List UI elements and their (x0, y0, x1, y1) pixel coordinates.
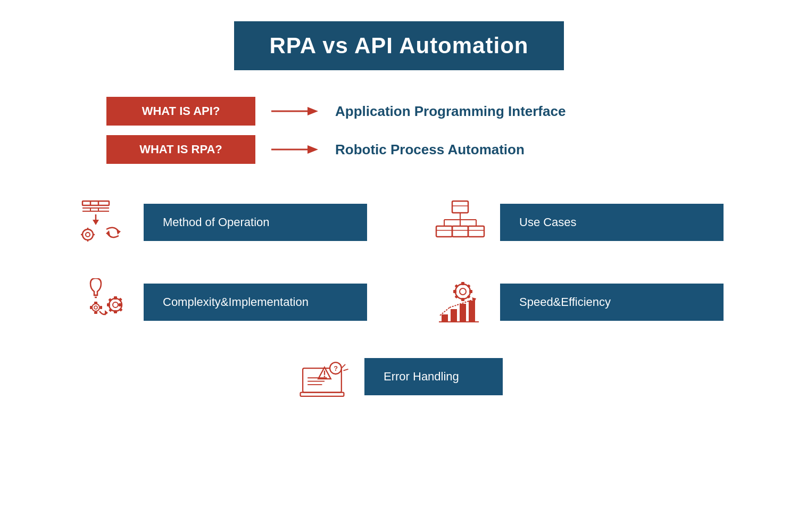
svg-rect-48 (119, 303, 122, 306)
svg-rect-49 (108, 298, 112, 302)
rpa-definition-item: WHAT IS RPA? Robotic Process Automation (106, 135, 755, 164)
page-container: RPA vs API Automation WHAT IS API? Appli… (0, 0, 798, 532)
feature-method-of-operation: Method of Operation (74, 196, 367, 249)
svg-rect-28 (436, 226, 452, 237)
feature-error-handling: ? Error Handling (295, 350, 503, 403)
definitions-row: WHAT IS API? Application Programming Int… (43, 97, 755, 164)
api-arrow (271, 104, 319, 119)
svg-rect-57 (453, 290, 456, 293)
feature-speed-efficiency: Speed&Efficiency (431, 276, 724, 329)
page-title: RPA vs API Automation (266, 33, 532, 59)
svg-point-13 (82, 229, 93, 240)
svg-line-68 (440, 307, 450, 315)
svg-rect-56 (461, 298, 464, 301)
features-grid: Method of Operation (43, 196, 755, 329)
svg-point-78 (324, 376, 326, 377)
svg-rect-39 (94, 312, 97, 314)
api-full-text: Application Programming Interface (335, 103, 566, 120)
svg-rect-60 (467, 284, 470, 288)
svg-marker-42 (105, 310, 108, 315)
svg-rect-61 (454, 295, 458, 298)
chart-gear-icon (431, 276, 489, 329)
svg-rect-40 (90, 306, 92, 309)
svg-rect-72 (301, 393, 344, 396)
svg-rect-55 (461, 282, 464, 285)
svg-marker-3 (307, 145, 318, 154)
svg-point-37 (94, 306, 97, 309)
svg-rect-52 (119, 308, 122, 312)
rpa-arrow (271, 142, 319, 157)
rpa-badge: WHAT IS RPA? (106, 135, 255, 164)
svg-rect-38 (94, 302, 97, 304)
svg-marker-19 (117, 229, 121, 235)
svg-marker-12 (93, 220, 99, 225)
svg-rect-65 (451, 309, 457, 322)
svg-rect-30 (452, 226, 468, 237)
method-of-operation-label: Method of Operation (144, 204, 367, 241)
complexity-implementation-label: Complexity&Implementation (144, 284, 367, 321)
svg-point-44 (113, 302, 118, 307)
title-block: RPA vs API Automation (234, 21, 564, 70)
use-cases-label: Use Cases (500, 204, 724, 241)
svg-line-82 (343, 369, 348, 371)
laptop-error-icon: ? (295, 350, 354, 403)
lightbulb-gear-icon (74, 276, 133, 329)
svg-text:?: ? (334, 364, 338, 372)
svg-rect-58 (469, 290, 472, 293)
svg-rect-59 (454, 284, 458, 288)
error-handling-label: Error Handling (364, 358, 503, 395)
speed-efficiency-label: Speed&Efficiency (500, 284, 724, 321)
network-icon (431, 196, 489, 249)
svg-rect-4 (82, 201, 109, 205)
svg-rect-41 (100, 306, 102, 309)
svg-rect-47 (107, 303, 110, 306)
svg-rect-51 (109, 308, 112, 312)
svg-rect-64 (442, 314, 448, 322)
feature-use-cases: Use Cases (431, 196, 724, 249)
feature-complexity-implementation: Complexity&Implementation (74, 276, 367, 329)
svg-rect-46 (114, 310, 117, 313)
svg-marker-1 (307, 107, 318, 115)
svg-rect-66 (460, 304, 466, 322)
svg-point-14 (86, 232, 90, 237)
rpa-process-icon (74, 196, 133, 249)
svg-point-36 (92, 304, 99, 311)
svg-line-81 (342, 364, 345, 368)
api-definition-item: WHAT IS API? Application Programming Int… (106, 97, 755, 126)
svg-rect-32 (468, 226, 484, 237)
svg-rect-21 (452, 201, 468, 213)
svg-rect-67 (469, 301, 475, 322)
api-badge: WHAT IS API? (106, 97, 255, 126)
svg-point-54 (460, 288, 466, 295)
bottom-center-row: ? Error Handling (43, 350, 755, 403)
svg-rect-45 (114, 296, 117, 300)
rpa-full-text: Robotic Process Automation (335, 142, 525, 158)
svg-rect-50 (119, 297, 122, 301)
